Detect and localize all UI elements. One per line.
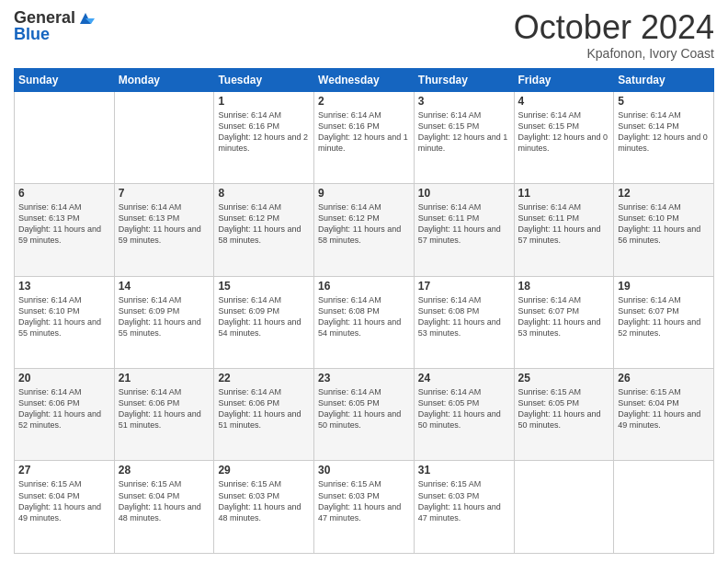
page: General Blue October 2024 Kpafonon, Ivor… [0, 0, 728, 563]
day-number: 14 [119, 280, 210, 293]
day-content: Sunrise: 6:15 AM Sunset: 6:04 PM Dayligh… [618, 387, 700, 430]
day-content: Sunrise: 6:15 AM Sunset: 6:03 PM Dayligh… [218, 479, 301, 522]
day-number: 21 [119, 372, 210, 385]
day-content: Sunrise: 6:14 AM Sunset: 6:16 PM Dayligh… [218, 110, 308, 153]
day-content: Sunrise: 6:15 AM Sunset: 6:03 PM Dayligh… [418, 479, 501, 522]
day-number: 11 [518, 187, 610, 200]
calendar-cell-2-5: 10Sunrise: 6:14 AM Sunset: 6:11 PM Dayli… [414, 184, 514, 276]
day-content: Sunrise: 6:14 AM Sunset: 6:06 PM Dayligh… [119, 387, 201, 430]
day-number: 28 [119, 464, 210, 477]
calendar-cell-3-3: 15Sunrise: 6:14 AM Sunset: 6:09 PM Dayli… [214, 276, 314, 368]
day-number: 6 [18, 187, 110, 200]
calendar-cell-5-3: 29Sunrise: 6:15 AM Sunset: 6:03 PM Dayli… [214, 461, 314, 554]
day-number: 27 [18, 464, 110, 477]
day-number: 9 [318, 187, 410, 200]
calendar-cell-3-2: 14Sunrise: 6:14 AM Sunset: 6:09 PM Dayli… [114, 276, 214, 368]
calendar-header-monday: Monday [114, 68, 214, 91]
day-number: 4 [518, 95, 610, 108]
calendar-header-saturday: Saturday [614, 68, 714, 91]
day-content: Sunrise: 6:14 AM Sunset: 6:05 PM Dayligh… [318, 387, 401, 430]
day-number: 29 [218, 464, 310, 477]
calendar-cell-5-7 [614, 461, 714, 554]
calendar-cell-3-6: 18Sunrise: 6:14 AM Sunset: 6:07 PM Dayli… [514, 276, 614, 368]
day-content: Sunrise: 6:14 AM Sunset: 6:15 PM Dayligh… [418, 110, 508, 153]
day-content: Sunrise: 6:15 AM Sunset: 6:05 PM Dayligh… [518, 387, 601, 430]
logo: General Blue [14, 9, 95, 44]
day-content: Sunrise: 6:14 AM Sunset: 6:07 PM Dayligh… [618, 295, 700, 338]
calendar-header-wednesday: Wednesday [314, 68, 415, 91]
logo-icon [76, 9, 95, 28]
day-content: Sunrise: 6:14 AM Sunset: 6:08 PM Dayligh… [418, 295, 501, 338]
header: General Blue October 2024 Kpafonon, Ivor… [14, 9, 714, 61]
day-content: Sunrise: 6:14 AM Sunset: 6:09 PM Dayligh… [119, 295, 201, 338]
calendar-header-thursday: Thursday [414, 68, 514, 91]
calendar-header-tuesday: Tuesday [214, 68, 314, 91]
calendar-week-4: 20Sunrise: 6:14 AM Sunset: 6:06 PM Dayli… [15, 369, 714, 461]
day-content: Sunrise: 6:14 AM Sunset: 6:10 PM Dayligh… [18, 295, 101, 338]
calendar-cell-1-4: 2Sunrise: 6:14 AM Sunset: 6:16 PM Daylig… [314, 91, 415, 183]
day-number: 1 [218, 95, 310, 108]
calendar-cell-4-5: 24Sunrise: 6:14 AM Sunset: 6:05 PM Dayli… [414, 369, 514, 461]
day-number: 18 [518, 280, 610, 293]
day-number: 7 [119, 187, 210, 200]
calendar-cell-1-1 [15, 91, 115, 183]
day-content: Sunrise: 6:14 AM Sunset: 6:12 PM Dayligh… [218, 202, 301, 245]
calendar-cell-2-7: 12Sunrise: 6:14 AM Sunset: 6:10 PM Dayli… [614, 184, 714, 276]
title-block: October 2024 Kpafonon, Ivory Coast [514, 9, 714, 61]
calendar-cell-2-6: 11Sunrise: 6:14 AM Sunset: 6:11 PM Dayli… [514, 184, 614, 276]
day-number: 17 [418, 280, 510, 293]
day-content: Sunrise: 6:14 AM Sunset: 6:08 PM Dayligh… [318, 295, 401, 338]
calendar-cell-5-4: 30Sunrise: 6:15 AM Sunset: 6:03 PM Dayli… [314, 461, 415, 554]
calendar-cell-4-1: 20Sunrise: 6:14 AM Sunset: 6:06 PM Dayli… [15, 369, 115, 461]
day-content: Sunrise: 6:14 AM Sunset: 6:12 PM Dayligh… [318, 202, 401, 245]
calendar-week-3: 13Sunrise: 6:14 AM Sunset: 6:10 PM Dayli… [15, 276, 714, 368]
day-number: 30 [318, 464, 410, 477]
day-content: Sunrise: 6:14 AM Sunset: 6:14 PM Dayligh… [618, 110, 708, 153]
calendar-header-sunday: Sunday [15, 68, 115, 91]
calendar-cell-2-4: 9Sunrise: 6:14 AM Sunset: 6:12 PM Daylig… [314, 184, 415, 276]
day-content: Sunrise: 6:14 AM Sunset: 6:16 PM Dayligh… [318, 110, 408, 153]
logo-blue: Blue [14, 26, 50, 44]
calendar-cell-1-5: 3Sunrise: 6:14 AM Sunset: 6:15 PM Daylig… [414, 91, 514, 183]
day-content: Sunrise: 6:15 AM Sunset: 6:04 PM Dayligh… [119, 479, 201, 522]
calendar-cell-5-5: 31Sunrise: 6:15 AM Sunset: 6:03 PM Dayli… [414, 461, 514, 554]
calendar-week-5: 27Sunrise: 6:15 AM Sunset: 6:04 PM Dayli… [15, 461, 714, 554]
day-number: 5 [618, 95, 710, 108]
calendar-cell-1-2 [114, 91, 214, 183]
day-number: 31 [418, 464, 510, 477]
day-content: Sunrise: 6:14 AM Sunset: 6:15 PM Dayligh… [518, 110, 609, 153]
day-content: Sunrise: 6:14 AM Sunset: 6:13 PM Dayligh… [119, 202, 201, 245]
calendar-week-1: 1Sunrise: 6:14 AM Sunset: 6:16 PM Daylig… [15, 91, 714, 183]
calendar-cell-2-1: 6Sunrise: 6:14 AM Sunset: 6:13 PM Daylig… [15, 184, 115, 276]
day-number: 8 [218, 187, 310, 200]
day-content: Sunrise: 6:15 AM Sunset: 6:03 PM Dayligh… [318, 479, 401, 522]
day-number: 24 [418, 372, 510, 385]
calendar-cell-4-2: 21Sunrise: 6:14 AM Sunset: 6:06 PM Dayli… [114, 369, 214, 461]
day-number: 22 [218, 372, 310, 385]
calendar-cell-4-6: 25Sunrise: 6:15 AM Sunset: 6:05 PM Dayli… [514, 369, 614, 461]
day-number: 16 [318, 280, 410, 293]
day-number: 20 [18, 372, 110, 385]
day-content: Sunrise: 6:14 AM Sunset: 6:11 PM Dayligh… [518, 202, 601, 245]
calendar-cell-4-7: 26Sunrise: 6:15 AM Sunset: 6:04 PM Dayli… [614, 369, 714, 461]
day-number: 2 [318, 95, 410, 108]
calendar-header-friday: Friday [514, 68, 614, 91]
day-number: 15 [218, 280, 310, 293]
calendar-cell-2-2: 7Sunrise: 6:14 AM Sunset: 6:13 PM Daylig… [114, 184, 214, 276]
day-content: Sunrise: 6:14 AM Sunset: 6:09 PM Dayligh… [218, 295, 301, 338]
calendar-table: SundayMondayTuesdayWednesdayThursdayFrid… [14, 68, 714, 554]
calendar-cell-1-7: 5Sunrise: 6:14 AM Sunset: 6:14 PM Daylig… [614, 91, 714, 183]
day-content: Sunrise: 6:14 AM Sunset: 6:06 PM Dayligh… [218, 387, 301, 430]
day-number: 13 [18, 280, 110, 293]
calendar-cell-3-1: 13Sunrise: 6:14 AM Sunset: 6:10 PM Dayli… [15, 276, 115, 368]
day-content: Sunrise: 6:14 AM Sunset: 6:11 PM Dayligh… [418, 202, 501, 245]
day-content: Sunrise: 6:15 AM Sunset: 6:04 PM Dayligh… [18, 479, 101, 522]
calendar-cell-3-4: 16Sunrise: 6:14 AM Sunset: 6:08 PM Dayli… [314, 276, 415, 368]
day-content: Sunrise: 6:14 AM Sunset: 6:05 PM Dayligh… [418, 387, 501, 430]
day-number: 3 [418, 95, 510, 108]
day-content: Sunrise: 6:14 AM Sunset: 6:07 PM Dayligh… [518, 295, 601, 338]
day-content: Sunrise: 6:14 AM Sunset: 6:06 PM Dayligh… [18, 387, 101, 430]
calendar-header-row: SundayMondayTuesdayWednesdayThursdayFrid… [15, 68, 714, 91]
day-number: 19 [618, 280, 710, 293]
calendar-cell-4-3: 22Sunrise: 6:14 AM Sunset: 6:06 PM Dayli… [214, 369, 314, 461]
